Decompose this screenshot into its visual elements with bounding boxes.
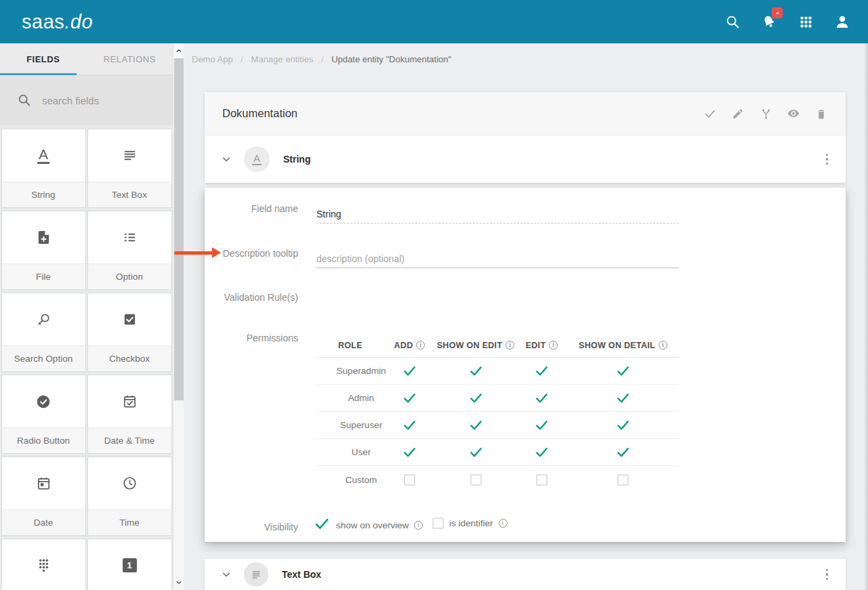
search-icon[interactable] (724, 14, 741, 30)
check-icon[interactable] (534, 417, 550, 433)
breadcrumb-current: Update entity "Dokumentation" (331, 54, 451, 64)
check-icon[interactable] (402, 390, 417, 406)
check-icon[interactable] (534, 363, 550, 379)
role-cell: Admin (316, 393, 384, 403)
field-card-radio-button[interactable]: Radio Button (2, 375, 85, 453)
checkbox-unchecked[interactable] (536, 474, 547, 486)
check-icon[interactable] (534, 444, 550, 460)
visibility-is-identifier: is identifier i (432, 518, 508, 529)
field-card-label: Date (2, 509, 85, 535)
role-cell: Superuser (316, 420, 384, 430)
tab-fields[interactable]: FIELDS (0, 43, 87, 75)
edit-icon[interactable] (731, 107, 745, 121)
checkbox-unchecked[interactable] (432, 518, 444, 529)
field-card-checkbox[interactable]: Checkbox (88, 293, 171, 371)
check-icon[interactable] (615, 444, 631, 460)
permissions-label: Permissions (205, 333, 298, 343)
field-card-label: Radio Button (2, 427, 85, 453)
section-name: Text Box (282, 569, 321, 580)
kebab-menu-icon[interactable] (823, 566, 831, 583)
breadcrumb-demo-app[interactable]: Demo App (192, 54, 233, 64)
field-card-label: File (2, 264, 85, 289)
field-card-string[interactable]: A String (2, 129, 85, 207)
column-edit: EDITi (516, 341, 567, 350)
field-card-option[interactable]: Option (88, 211, 171, 289)
checkbox-unchecked[interactable] (470, 474, 482, 486)
app-header: saas.do (0, 0, 868, 43)
delete-icon[interactable] (814, 107, 828, 121)
check-icon[interactable] (615, 417, 631, 433)
window-right-edge (865, 43, 868, 590)
chevron-down-icon[interactable] (220, 152, 233, 166)
visibility-icon[interactable] (787, 107, 800, 121)
description-input[interactable] (316, 249, 679, 268)
table-row-superuser: Superuser (316, 412, 679, 439)
check-icon[interactable] (402, 363, 417, 379)
visibility-option-label: is identifier (449, 518, 493, 528)
field-card-textbox[interactable]: Text Box (88, 129, 171, 207)
role-cell: Superadmin (316, 366, 384, 376)
check-icon[interactable] (615, 390, 631, 406)
account-icon[interactable] (834, 14, 850, 30)
section-avatar (244, 562, 268, 587)
active-tab-indicator (0, 73, 77, 75)
field-card-dialpad[interactable] (2, 539, 85, 590)
field-card-label: Checkbox (88, 345, 171, 371)
number-one-icon: 1 (123, 558, 137, 572)
field-name-input[interactable] (316, 205, 679, 224)
field-card-time[interactable]: Time (88, 457, 171, 535)
check-icon[interactable] (402, 417, 417, 433)
field-card-label: String (2, 182, 85, 207)
clock-icon (122, 476, 138, 491)
breadcrumb-manage-entities[interactable]: Manage entities (251, 54, 314, 64)
kebab-menu-icon[interactable] (823, 151, 831, 168)
field-card-date[interactable]: Date (2, 457, 85, 535)
section-row-string: A String (205, 135, 846, 183)
chevron-down-icon[interactable] (220, 568, 233, 581)
entity-card: Dokumentation A String (205, 92, 846, 183)
info-icon[interactable]: i (499, 519, 508, 528)
scroll-down-icon[interactable] (174, 577, 184, 588)
tab-relations[interactable]: RELATIONS (87, 43, 173, 75)
field-card-label: Text Box (88, 182, 171, 207)
check-icon[interactable] (534, 390, 550, 406)
checkbox-unchecked[interactable] (617, 474, 629, 486)
check-icon[interactable] (402, 444, 417, 460)
info-icon[interactable]: i (505, 341, 514, 350)
column-add: ADDi (384, 341, 435, 350)
hierarchy-icon[interactable] (759, 107, 772, 121)
notifications-icon[interactable] (761, 14, 777, 30)
fields-sidebar: FIELDS RELATIONS A String Text Box File … (0, 43, 173, 590)
textbox-icon (122, 148, 138, 163)
scrollbar-thumb[interactable] (174, 58, 184, 400)
annotation-arrow-icon (174, 247, 222, 258)
app-logo: saas.do (22, 11, 93, 33)
search-fields-input[interactable] (42, 95, 157, 106)
sidebar-scrollbar[interactable] (173, 43, 184, 590)
info-icon[interactable]: i (416, 341, 425, 350)
check-icon[interactable] (468, 390, 484, 406)
check-icon[interactable] (468, 417, 484, 433)
field-type-grid: A String Text Box File Option Search Opt… (0, 125, 173, 590)
confirm-icon[interactable] (703, 107, 717, 121)
tab-fields-label: FIELDS (26, 54, 60, 64)
info-icon[interactable]: i (549, 341, 558, 350)
column-show-on-edit: SHOW ON EDITi (435, 341, 516, 350)
checkbox-unchecked[interactable] (404, 474, 415, 486)
field-card-number[interactable]: 1 (88, 539, 171, 590)
check-icon[interactable] (468, 444, 484, 460)
scroll-up-icon[interactable] (174, 45, 184, 56)
info-icon[interactable]: i (414, 521, 423, 530)
check-icon[interactable] (468, 363, 484, 379)
role-cell: User (316, 447, 384, 457)
field-card-date-time[interactable]: Date & Time (88, 375, 171, 453)
field-card-file[interactable]: File (2, 211, 85, 289)
info-icon[interactable]: i (659, 341, 667, 350)
check-icon[interactable] (313, 515, 331, 532)
field-card-search-option[interactable]: Search Option (2, 293, 85, 371)
visibility-show-on-overview: show on overview i (313, 518, 423, 532)
calendar-check-icon (122, 394, 138, 409)
apps-grid-icon[interactable] (798, 14, 814, 30)
check-icon[interactable] (615, 363, 631, 379)
validation-rules-label: Validation Rule(s) (205, 292, 298, 303)
